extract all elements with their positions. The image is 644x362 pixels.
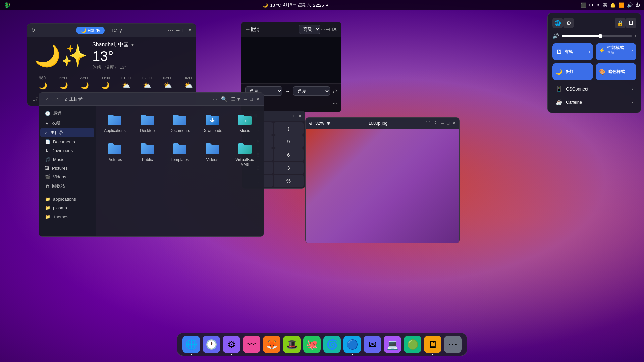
sidebar-item-themes[interactable]: 📁 .themes bbox=[40, 213, 94, 221]
sidebar-item-plasma[interactable]: 📁 plasma bbox=[40, 204, 94, 212]
inkscape-icon[interactable]: 🎩 bbox=[283, 336, 301, 353]
fm-back-btn[interactable]: ‹ bbox=[43, 95, 51, 103]
fm-folder-public[interactable]: Public bbox=[132, 138, 162, 169]
qs-power-icon[interactable]: ⏻ bbox=[626, 18, 636, 28]
weather-menu-icon[interactable]: ⋯ bbox=[168, 26, 174, 34]
qs-performance-arrow[interactable]: › bbox=[631, 48, 633, 53]
qs-network-icon[interactable]: 🌐 bbox=[552, 18, 563, 28]
files-icon[interactable]: 🌐 bbox=[182, 336, 200, 353]
imageviewer-minimize[interactable]: ─ bbox=[441, 121, 444, 126]
notification-icon[interactable]: 🔔 bbox=[610, 2, 616, 8]
qs-wired-btn[interactable]: 🖥 有线 › bbox=[552, 43, 593, 60]
brightness-icon[interactable]: ☀ bbox=[596, 2, 600, 8]
mail-icon[interactable]: ✉ bbox=[364, 336, 381, 353]
calc-btn-9[interactable]: 9 bbox=[274, 135, 304, 148]
sidebar-item-favorites[interactable]: ★ 收藏 bbox=[40, 118, 94, 128]
qs-nightlight-btn[interactable]: 🌙 夜灯 bbox=[552, 63, 593, 80]
city-dropdown-icon[interactable]: ▼ bbox=[131, 43, 135, 47]
sidebar-item-recent[interactable]: 🕐 最近 bbox=[40, 109, 94, 118]
app8-icon[interactable]: 🔵 bbox=[343, 336, 361, 353]
fm-folder-templates[interactable]: Templates bbox=[165, 138, 195, 169]
calc-close[interactable]: ✕ bbox=[298, 114, 302, 118]
sidebar-item-home[interactable]: ⌂ 主目录 bbox=[40, 128, 94, 137]
sidebar-item-trash[interactable]: 🗑 回收站 bbox=[40, 181, 94, 191]
power-icon[interactable]: ⏻ bbox=[635, 2, 640, 8]
angle-select2[interactable]: 角度 bbox=[293, 86, 330, 96]
weather-refresh-icon[interactable]: ↻ bbox=[31, 27, 35, 33]
network-icon[interactable]: 📶 bbox=[619, 2, 624, 8]
sidebar-item-documents[interactable]: 📄 Documents bbox=[40, 138, 94, 146]
sidebar-item-pictures[interactable]: 🖼 Pictures bbox=[40, 164, 94, 172]
qs-volume-expand[interactable]: › bbox=[635, 33, 636, 39]
calc-btn-close[interactable]: ) bbox=[274, 122, 304, 135]
weather-restore-icon[interactable]: □ bbox=[182, 27, 185, 33]
weather-tab-hourly[interactable]: 🌙 Hourly bbox=[76, 27, 105, 34]
more-icon[interactable]: ⋯ bbox=[333, 101, 337, 106]
qs-gsconnect-item[interactable]: 📱 GSConnect › bbox=[552, 83, 636, 95]
qs-caffeine-arrow[interactable]: › bbox=[632, 100, 633, 105]
more-apps-icon[interactable]: ⋯ bbox=[444, 336, 462, 353]
qs-lock-icon[interactable]: 🔒 bbox=[615, 18, 626, 28]
weather-close-icon[interactable]: ✕ bbox=[188, 27, 192, 33]
fm-restore-btn[interactable]: □ bbox=[250, 97, 253, 102]
qs-performance-btn[interactable]: ⚡ 性能模式 平衡 › bbox=[596, 43, 636, 60]
fm-folder-music[interactable]: ♪ Music bbox=[230, 110, 260, 136]
calc-restore[interactable]: □ bbox=[294, 114, 296, 118]
app12-icon[interactable]: 🖥 bbox=[424, 336, 441, 353]
imageviewer-restore[interactable]: □ bbox=[447, 121, 449, 126]
sidebar-item-music[interactable]: 🎵 Music bbox=[40, 155, 94, 164]
fm-folder-desktop[interactable]: Desktop bbox=[132, 110, 162, 136]
fm-view-btn[interactable]: ☰ ▾ bbox=[231, 96, 240, 102]
fm-forward-btn[interactable]: › bbox=[54, 95, 62, 103]
swap-icon[interactable]: ⇄ bbox=[333, 88, 337, 94]
fm-close-btn[interactable]: ✕ bbox=[256, 97, 260, 102]
fm-search-btn[interactable]: 🔍 bbox=[221, 96, 228, 102]
clock-icon[interactable]: 🕐 bbox=[203, 336, 220, 353]
qs-wired-arrow[interactable]: › bbox=[589, 49, 590, 54]
sidebar-item-videos[interactable]: 🎬 Videos bbox=[40, 173, 94, 181]
dev-icon[interactable]: 💻 bbox=[384, 336, 401, 353]
qs-darkmode-btn[interactable]: 🎨 暗色样式 bbox=[596, 63, 636, 80]
dark-win-menu[interactable]: ⋯ bbox=[320, 26, 326, 33]
dark-win-minimize[interactable]: ─ bbox=[326, 26, 329, 33]
github-icon[interactable]: 🐙 bbox=[303, 336, 321, 353]
edge-icon[interactable]: 🌀 bbox=[323, 336, 341, 353]
imageviewer-zoom-out[interactable]: ⊖ bbox=[309, 121, 313, 126]
app-menu-icon[interactable]: 🐉 bbox=[4, 2, 11, 8]
qs-gsconnect-arrow[interactable]: › bbox=[632, 86, 633, 92]
volume-icon[interactable]: 🔊 bbox=[627, 2, 633, 8]
qs-volume-slider[interactable] bbox=[562, 35, 632, 37]
weather-tab-daily[interactable]: Daily bbox=[107, 27, 126, 34]
notes-icon[interactable]: 〰 bbox=[243, 336, 260, 353]
gear-topbar-icon[interactable]: ⚙ bbox=[589, 2, 593, 8]
app11-icon[interactable]: 🟢 bbox=[404, 336, 421, 353]
imageviewer-close[interactable]: ✕ bbox=[452, 121, 456, 126]
calc-btn-3[interactable]: 3 bbox=[274, 162, 304, 174]
weather-minimize-icon[interactable]: ─ bbox=[176, 27, 180, 33]
qs-caffeine-item[interactable]: ☕ Caffeine › bbox=[552, 96, 636, 108]
fm-folder-applications[interactable]: Applications bbox=[100, 110, 130, 136]
fm-folder-downloads[interactable]: Downloads bbox=[197, 110, 227, 136]
imageviewer-menu[interactable]: ⋮ bbox=[433, 120, 438, 126]
fm-folder-pictures[interactable]: Pictures bbox=[100, 138, 130, 169]
screenshot-icon[interactable]: ⬛ bbox=[581, 2, 586, 8]
lang-label[interactable]: 英 bbox=[603, 2, 607, 8]
dark-win-back[interactable]: ← bbox=[245, 26, 251, 33]
fm-folder-documents[interactable]: Documents bbox=[165, 110, 195, 136]
sidebar-item-applications[interactable]: 📁 applications bbox=[40, 195, 94, 203]
calc-btn-pct[interactable]: % bbox=[274, 175, 304, 187]
settings-icon[interactable]: ⚙ bbox=[223, 336, 240, 353]
calc-minimize[interactable]: ─ bbox=[289, 114, 292, 118]
firefox-icon[interactable]: 🦊 bbox=[263, 336, 280, 353]
dark-win-restore[interactable]: □ bbox=[329, 26, 333, 33]
dark-win-close[interactable]: ✕ bbox=[333, 26, 337, 33]
fm-minimize-btn[interactable]: ─ bbox=[244, 97, 247, 102]
qs-settings-icon[interactable]: ⚙ bbox=[563, 18, 574, 28]
qs-volume-icon[interactable]: 🔊 bbox=[552, 33, 559, 39]
calc-btn-6[interactable]: 6 bbox=[274, 148, 304, 161]
fm-folder-videos[interactable]: Videos bbox=[197, 138, 227, 169]
imageviewer-zoom-in[interactable]: ⊕ bbox=[327, 121, 330, 126]
fm-more-btn[interactable]: ⋯ bbox=[212, 96, 218, 102]
fm-folder-virtualbox-vms[interactable]: VirtualBox VMs bbox=[230, 138, 260, 169]
resolution-select[interactable]: 高级 bbox=[299, 25, 320, 34]
